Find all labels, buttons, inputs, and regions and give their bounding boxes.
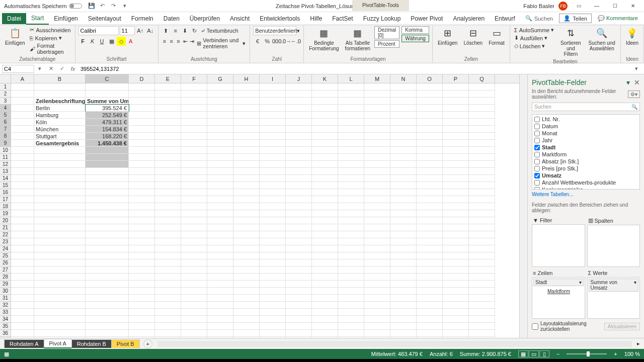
cell-B35[interactable] [34,323,86,330]
cell-E24[interactable] [155,245,181,252]
cell-L36[interactable] [338,330,364,337]
cell-O17[interactable] [417,196,443,203]
cell-C16[interactable] [86,189,129,196]
cell-A12[interactable] [11,161,34,168]
cell-B7[interactable]: München [34,126,86,133]
cell-L24[interactable] [338,245,364,252]
cell-E3[interactable] [155,98,181,105]
cell-E32[interactable] [155,302,181,309]
cell-D11[interactable] [129,154,155,161]
cell-K30[interactable] [312,288,338,295]
cell-F3[interactable] [181,98,207,105]
row-header-15[interactable]: 15 [0,182,11,189]
zoom-out-icon[interactable]: − [556,351,559,357]
cell-F15[interactable] [181,182,207,189]
sheet-tab-pivot-b[interactable]: Pivot B [111,339,140,348]
cell-P28[interactable] [443,274,469,281]
cell-H8[interactable] [233,133,260,140]
cell-K19[interactable] [312,210,338,217]
cell-K6[interactable] [312,119,338,126]
cell-C28[interactable] [86,274,129,281]
grow-font-icon[interactable]: A↑ [136,26,145,35]
align-bottom-icon[interactable]: ⬇ [181,26,190,35]
cell-P2[interactable] [443,90,469,98]
cell-P1[interactable] [443,83,469,90]
cell-H10[interactable] [233,147,260,154]
cell-I4[interactable] [260,105,286,112]
cell-L3[interactable] [338,98,364,105]
cell-I36[interactable] [260,330,286,337]
cell-O34[interactable] [417,316,443,323]
cell-G26[interactable] [207,259,233,266]
columns-area[interactable] [587,225,640,267]
align-top-icon[interactable]: ⬆ [162,26,171,35]
page-layout-icon[interactable]: ▭ [529,350,539,357]
cell-B17[interactable] [34,196,86,203]
cell-D16[interactable] [129,189,155,196]
cell-N34[interactable] [390,316,417,323]
cell-L37[interactable] [338,337,364,338]
cell-H33[interactable] [233,309,260,316]
cell-A17[interactable] [11,196,34,203]
cell-E28[interactable] [155,274,181,281]
row-header-29[interactable]: 29 [0,281,11,288]
cell-D2[interactable] [129,90,155,98]
cell-D33[interactable] [129,309,155,316]
cell-A6[interactable] [11,119,34,126]
cell-I7[interactable] [260,126,286,133]
cell-E34[interactable] [155,316,181,323]
cell-F19[interactable] [181,210,207,217]
cell-H22[interactable] [233,231,260,238]
cell-F6[interactable] [181,119,207,126]
cell-M12[interactable] [364,161,390,168]
cell-P24[interactable] [443,245,469,252]
cell-F22[interactable] [181,231,207,238]
cell-P15[interactable] [443,182,469,189]
cell-K20[interactable] [312,217,338,224]
cell-K25[interactable] [312,252,338,259]
cell-L18[interactable] [338,203,364,210]
cell-P36[interactable] [443,330,469,337]
cell-K1[interactable] [312,83,338,90]
cell-K9[interactable] [312,140,338,147]
cell-O10[interactable] [417,147,443,154]
cell-C5[interactable]: 252.549 € [86,112,129,119]
cell-B9[interactable]: Gesamtergebnis [34,140,86,147]
cell-J7[interactable] [286,126,312,133]
cell-L1[interactable] [338,83,364,90]
cell-K14[interactable] [312,175,338,182]
cell-E30[interactable] [155,288,181,295]
cell-O23[interactable] [417,238,443,245]
cell-M9[interactable] [364,140,390,147]
cell-E16[interactable] [155,189,181,196]
cell-K29[interactable] [312,281,338,288]
orientation-icon[interactable]: ↻ [190,26,199,35]
cell-N3[interactable] [390,98,417,105]
cell-N21[interactable] [390,224,417,231]
cell-B2[interactable] [34,90,86,98]
cell-N1[interactable] [390,83,417,90]
field-preis-pro-stk-[interactable]: Preis [pro Stk.] [533,165,638,172]
cell-P21[interactable] [443,224,469,231]
cell-M11[interactable] [364,154,390,161]
cell-I5[interactable] [260,112,286,119]
cell-G9[interactable] [207,140,233,147]
cell-B30[interactable] [34,288,86,295]
cell-E20[interactable] [155,217,181,224]
cell-J37[interactable] [286,337,312,338]
cell-L28[interactable] [338,274,364,281]
cell-A19[interactable] [11,210,34,217]
cell-L30[interactable] [338,288,364,295]
cell-O37[interactable] [417,337,443,338]
save-icon[interactable]: 💾 [88,3,95,10]
cell-G23[interactable] [207,238,233,245]
cell-K5[interactable] [312,112,338,119]
cell-A26[interactable] [11,259,34,266]
cell-M6[interactable] [364,119,390,126]
cell-J10[interactable] [286,147,312,154]
cell-M27[interactable] [364,266,390,274]
enter-formula-icon[interactable]: ✓ [57,64,66,73]
cell-F21[interactable] [181,224,207,231]
name-box-dropdown-icon[interactable]: ▾ [35,64,44,73]
copy-button[interactable]: ⎘ Kopieren ▾ [29,34,71,42]
